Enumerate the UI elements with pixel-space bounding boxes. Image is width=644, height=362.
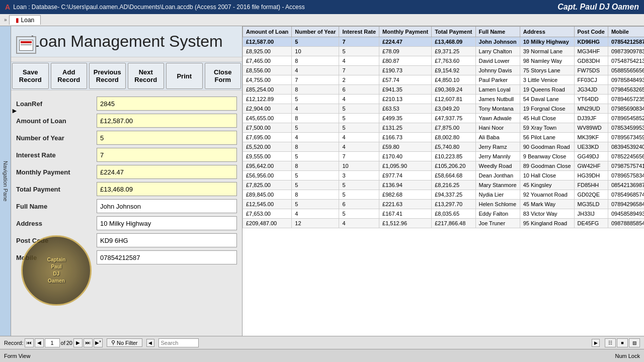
next-record-btn[interactable]: ▶ [73,338,83,347]
loan-ref-input[interactable] [97,97,237,111]
table-row[interactable]: £7,465.0084£80.87£7,763.60David Lower98 … [243,56,645,66]
table-row[interactable]: £89,845.0085£982.68£94,337.25Nydia Lier9… [243,190,645,200]
table-cell: GD02QE [574,190,608,200]
no-filter-btn[interactable]: ⚲ No Filter [107,338,142,347]
table-cell: 5 [339,104,379,114]
new-record-btn[interactable]: ▶* [94,338,103,347]
table-row[interactable]: £8,556.0047£190.73£9,154.92Johnny Davis7… [243,66,645,75]
table-cell: 09785848493 [608,75,644,85]
data-table: Amount of Loan Number of Year Interest R… [243,26,644,228]
next-record-button[interactable]: Next Record [128,63,165,89]
scroll-left-btn[interactable]: ◀ [146,339,154,347]
table-row[interactable]: £8,925.00105£78.09£9,371.25Larry Chalton… [243,47,645,56]
table-row[interactable]: £209,487.00124£1,512.96£217,866.48Joe Tr… [243,219,645,228]
col-interest[interactable]: Interest Rate [339,27,379,37]
table-row[interactable]: £45,655.0085£499.35£47,937.75Yawn Adwale… [243,114,645,123]
form-view-btn[interactable]: ☷ [605,338,616,347]
add-record-button[interactable]: Add Record [51,63,88,89]
table-cell: MK39KF [574,133,608,142]
table-row[interactable]: £85,254.0086£941.35£90,369.24Lamen Loyal… [243,85,645,95]
table-row[interactable]: £12,122.8954£210.13£12,607.81James Nutbu… [243,95,645,104]
col-amount[interactable]: Amount of Loan [243,27,292,37]
table-row[interactable]: £4,755.0072£57.74£4,850.10Paul Parker3 L… [243,75,645,85]
print-button[interactable]: Print [166,63,203,89]
app-icon: A [5,3,10,11]
table-cell: £7,653.00 [243,209,292,219]
postcode-input[interactable] [97,233,237,247]
loan-tab[interactable]: ▮ Loan [9,15,41,25]
col-years[interactable]: Number of Year [292,27,339,37]
col-total[interactable]: Total Payment [432,27,475,37]
table-row[interactable]: £7,500.0055£131.25£7,875.00Hani Noor59 X… [243,123,645,133]
navigation-pane[interactable]: Navigation Pane [0,26,11,336]
table-row[interactable]: £7,653.0045£167.41£8,035.65Eddy Falton83… [243,209,645,219]
nav-arrow-left[interactable]: » [4,17,7,23]
col-monthly[interactable]: Monthly Payment [379,27,432,37]
table-cell: 4 [292,66,339,75]
table-cell: Nydia Lier [475,190,520,200]
table-cell: 10 [339,161,379,171]
address-input[interactable] [97,216,237,230]
table-row[interactable]: £95,642.00810£1,095.90£105,206.20Weedly … [243,161,645,171]
search-input[interactable] [158,338,199,347]
mobile-input[interactable] [97,250,237,264]
table-cell: 7 [339,152,379,161]
table-row[interactable]: £56,956.0053£977.74£58,664.68Dean Jontha… [243,171,645,180]
table-row[interactable]: £9,555.0057£170.40£10,223.85Jerry Mannly… [243,152,645,161]
table-cell: GW42HF [574,161,608,171]
total-input[interactable] [97,182,237,196]
monthly-input[interactable] [97,165,237,179]
table-cell: £95,642.00 [243,161,292,171]
table-cell: 5 [292,95,339,104]
table-row[interactable]: £5,520.0084£59.80£5,740.80Jerry Ramz90 G… [243,142,645,152]
table-cell: £166.73 [379,133,432,142]
view-label: Form View [4,353,30,359]
interest-input[interactable] [97,148,237,162]
col-postcode[interactable]: Post Code [574,27,608,37]
save-record-button[interactable]: Save Record [12,63,49,89]
table-cell: £2,904.00 [243,104,292,114]
table-row[interactable]: £2,904.0045£63.53£3,049.20Tony Montana19… [243,104,645,114]
first-record-btn[interactable]: ⏮ [25,338,34,347]
table-cell: FD85HH [574,180,608,190]
col-address[interactable]: Address [520,27,574,37]
table-cell: £63.53 [379,104,432,114]
table-cell: 7 [339,37,379,47]
table-row[interactable]: £7,695.0044£166.73£8,002.80Ali Baba56 Pi… [243,133,645,142]
table-row[interactable]: £7,825.0055£136.94£8,216.25Mary Stanmore… [243,180,645,190]
table-cell: 75 Storys Lane [520,66,574,75]
table-cell: 4 [292,133,339,142]
prev-record-btn[interactable]: ◀ [35,338,44,347]
tab-bar: » ▮ Loan [0,14,644,26]
status-right: ▶ ☷ ■ ▧ [592,338,640,347]
amount-input[interactable] [97,114,237,128]
fullname-input[interactable] [97,199,237,213]
col-fullname[interactable]: Full Name [475,27,520,37]
table-cell: £45,655.00 [243,114,292,123]
num-years-input[interactable] [97,131,237,145]
table-cell: £190.73 [379,66,432,75]
table-area[interactable]: Amount of Loan Number of Year Interest R… [243,26,644,336]
filter-icon: ⚲ [111,339,115,346]
table-cell: 95 Kingland Road [520,219,574,228]
table-row[interactable]: £12,545.0056£221.63£13,297.70Helen Schlo… [243,200,645,209]
previous-record-button[interactable]: Previous Record [89,63,126,89]
table-cell: 5 [339,190,379,200]
table-cell: 5 [292,37,339,47]
table-cell: £7,695.00 [243,133,292,142]
table-cell: 4 [292,209,339,219]
table-cell: 6 [339,200,379,209]
layout-view-btn[interactable]: ▧ [629,338,640,347]
table-row[interactable]: £12,587.0057£224.47£13,468.09John Johnso… [243,37,645,47]
datasheet-view-btn[interactable]: ■ [617,338,628,347]
table-cell: 83 Victor Way [520,209,574,219]
col-mobile[interactable]: Mobile [608,27,644,37]
table-cell: £5,740.80 [432,142,475,152]
last-record-btn[interactable]: ⏭ [84,338,93,347]
scroll-right-btn[interactable]: ▶ [592,339,600,347]
table-cell: £7,763.60 [432,56,475,66]
table-cell: 07853459953 [608,123,644,133]
close-form-button[interactable]: Close Form [205,63,242,89]
record-current-input[interactable] [45,338,60,347]
table-cell: £12,122.89 [243,95,292,104]
